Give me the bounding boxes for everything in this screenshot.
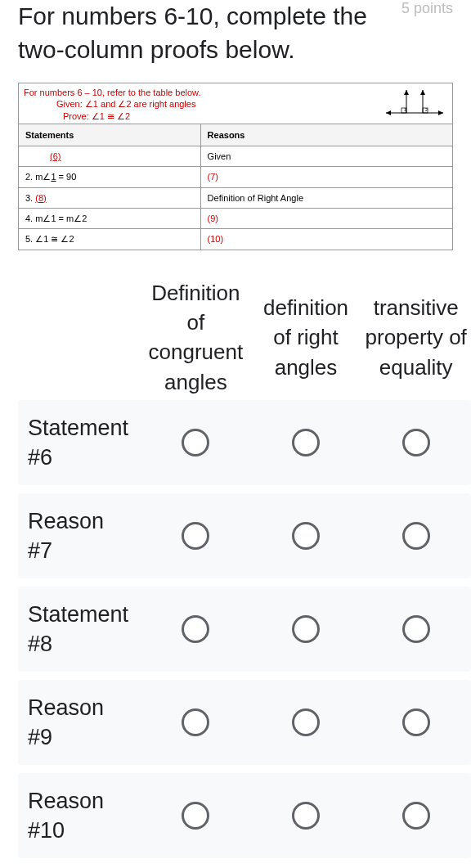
col-header-0: Definition of congruent angles — [141, 275, 251, 401]
grid-row: Statement #6 — [18, 400, 471, 485]
radio-r0-c2[interactable] — [402, 429, 430, 456]
angle-figure: 1 2 — [382, 87, 447, 119]
question-title: For numbers 6-10, complete the two-colum… — [18, 0, 392, 66]
proof-statement: 2. m∠1 = 90 — [19, 167, 201, 187]
option-cell — [361, 802, 471, 830]
svg-marker-4 — [404, 90, 409, 95]
option-cell — [361, 429, 471, 456]
option-cell — [141, 708, 251, 736]
option-cell — [141, 615, 251, 643]
option-cell — [361, 522, 471, 550]
radio-r1-c1[interactable] — [292, 522, 320, 550]
proof-row: 5. ∠1 ≅ ∠2(10) — [19, 228, 452, 249]
proof-reason: Definition of Right Angle — [201, 188, 452, 208]
option-cell — [251, 615, 361, 643]
proof-reason: (9) — [201, 209, 452, 228]
radio-r3-c1[interactable] — [292, 708, 320, 736]
radio-r1-c2[interactable] — [402, 522, 430, 550]
svg-marker-2 — [386, 110, 391, 115]
row-label: Statement #8 — [18, 590, 141, 669]
svg-marker-1 — [438, 110, 443, 115]
proof-reason: (7) — [201, 167, 452, 187]
diagram-intro: For numbers 6 – 10, refer to the table b… — [24, 88, 200, 97]
diagram-given: Given: ∠1 and ∠2 are right angles — [24, 98, 200, 110]
grid-row: Reason #9 — [18, 680, 471, 765]
proof-reason: Given — [201, 146, 452, 166]
option-cell — [361, 615, 471, 643]
radio-r2-c2[interactable] — [402, 615, 430, 643]
row-label: Reason #10 — [18, 776, 141, 856]
option-cell — [251, 708, 361, 736]
grid-row: Reason #10 — [18, 773, 471, 858]
radio-r4-c2[interactable] — [402, 802, 430, 830]
radio-r1-c0[interactable] — [182, 522, 209, 550]
radio-r3-c2[interactable] — [402, 708, 430, 736]
row-label: Reason #9 — [18, 683, 141, 762]
points-label: 5 points — [401, 0, 453, 17]
option-cell — [251, 802, 361, 830]
proof-row: 2. m∠1 = 90(7) — [19, 166, 452, 187]
col-header-statements: Statements — [19, 124, 201, 146]
option-cell — [251, 429, 361, 456]
grid-row: Statement #8 — [18, 587, 471, 672]
proof-diagram: For numbers 6 – 10, refer to the table b… — [18, 83, 453, 250]
radio-r3-c0[interactable] — [182, 708, 209, 736]
radio-r2-c0[interactable] — [182, 615, 209, 643]
proof-statement: 3. (8) — [19, 188, 201, 208]
answer-grid: . Definition of congruent angles definit… — [0, 275, 471, 859]
option-cell — [141, 522, 251, 550]
proof-statement: 4. m∠1 = m∠2 — [19, 209, 201, 228]
row-label: Statement #6 — [18, 403, 141, 483]
row-label: Reason #7 — [18, 497, 141, 576]
proof-row: (6)Given — [19, 146, 452, 166]
diagram-prove: Prove: ∠1 ≅ ∠2 — [24, 110, 200, 122]
proof-row: 4. m∠1 = m∠2(9) — [19, 208, 452, 228]
proof-statement: 5. ∠1 ≅ ∠2 — [19, 229, 201, 249]
col-header-2: transitive property of equality — [361, 290, 471, 385]
proof-row: 3. (8)Definition of Right Angle — [19, 187, 452, 208]
option-cell — [141, 429, 251, 456]
grid-row: Reason #7 — [18, 493, 471, 578]
col-header-reasons: Reasons — [201, 124, 452, 146]
proof-statement: (6) — [19, 146, 201, 166]
radio-r4-c1[interactable] — [292, 802, 320, 830]
option-cell — [141, 802, 251, 830]
proof-reason: (10) — [201, 229, 452, 249]
option-cell — [361, 708, 471, 736]
radio-r0-c0[interactable] — [182, 429, 209, 456]
col-header-1: definition of right angles — [251, 290, 361, 385]
svg-text:1: 1 — [404, 107, 406, 112]
svg-marker-6 — [420, 90, 425, 95]
radio-r0-c1[interactable] — [292, 429, 320, 456]
option-cell — [251, 522, 361, 550]
radio-r4-c0[interactable] — [182, 802, 209, 830]
radio-r2-c1[interactable] — [292, 615, 320, 643]
svg-text:2: 2 — [425, 107, 428, 112]
